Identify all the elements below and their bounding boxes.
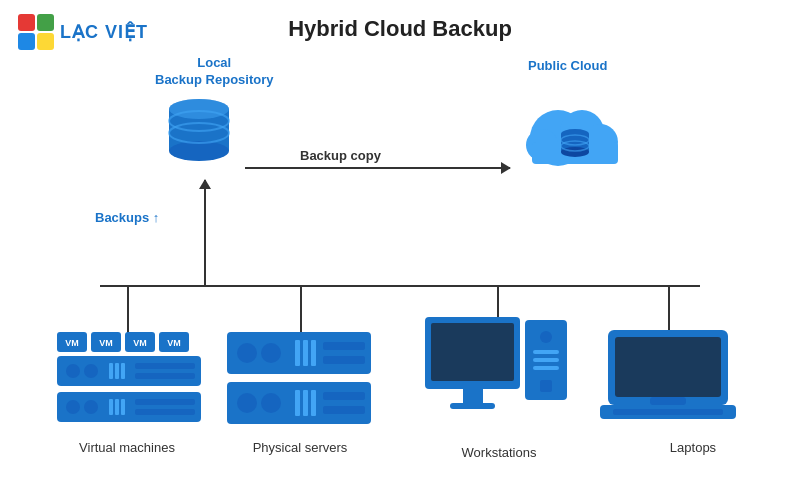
svg-rect-67 — [615, 337, 721, 397]
svg-point-33 — [66, 400, 80, 414]
svg-point-49 — [237, 393, 257, 413]
svg-rect-70 — [650, 397, 686, 405]
svg-rect-27 — [109, 363, 113, 379]
svg-rect-51 — [295, 390, 300, 416]
virtual-machines-label: Virtual machines — [52, 440, 202, 455]
svg-rect-35 — [109, 399, 113, 415]
svg-point-13 — [561, 147, 589, 157]
svg-point-34 — [84, 400, 98, 414]
laptops-label: Laptops — [618, 440, 768, 455]
svg-point-61 — [540, 331, 552, 343]
svg-rect-29 — [121, 363, 125, 379]
workstations-icon — [415, 315, 575, 435]
svg-rect-37 — [121, 399, 125, 415]
svg-rect-28 — [115, 363, 119, 379]
virtual-machines-icon: VM VM VM VM — [55, 330, 203, 430]
svg-rect-52 — [303, 390, 308, 416]
svg-rect-62 — [533, 350, 559, 354]
svg-rect-44 — [303, 340, 308, 366]
svg-rect-43 — [295, 340, 300, 366]
logo: LẠC VIỆT — [18, 14, 148, 50]
svg-rect-46 — [323, 342, 365, 350]
logo-text: LẠC VIỆT — [60, 21, 148, 43]
svg-text:VM: VM — [99, 338, 113, 348]
svg-rect-65 — [540, 380, 552, 392]
svg-rect-69 — [613, 409, 723, 415]
main-vertical-line — [204, 180, 206, 285]
svg-rect-45 — [311, 340, 316, 366]
svg-rect-59 — [450, 403, 495, 409]
svg-rect-39 — [135, 409, 195, 415]
public-cloud-label: Public Cloud — [528, 58, 607, 73]
backup-copy-label: Backup copy — [300, 148, 381, 163]
svg-text:VM: VM — [167, 338, 181, 348]
svg-text:VM: VM — [65, 338, 79, 348]
svg-rect-63 — [533, 358, 559, 362]
svg-point-50 — [261, 393, 281, 413]
local-database-icon — [165, 95, 233, 165]
physical-servers-label: Physical servers — [225, 440, 375, 455]
workstations-label: Workstations — [424, 445, 574, 460]
svg-rect-38 — [135, 399, 195, 405]
local-backup-label: Local Backup Repository — [155, 55, 273, 89]
svg-rect-53 — [311, 390, 316, 416]
logo-icon — [18, 14, 54, 50]
physical-servers-icon — [225, 330, 373, 430]
public-cloud-icon — [520, 90, 630, 175]
svg-rect-64 — [533, 366, 559, 370]
svg-rect-47 — [323, 356, 365, 364]
svg-rect-58 — [463, 389, 483, 403]
svg-point-42 — [261, 343, 281, 363]
svg-rect-30 — [135, 363, 195, 369]
svg-rect-54 — [323, 392, 365, 400]
svg-text:VM: VM — [133, 338, 147, 348]
svg-rect-36 — [115, 399, 119, 415]
svg-point-3 — [169, 99, 229, 119]
laptops-icon — [598, 325, 738, 425]
backups-label: Backups ↑ — [95, 210, 159, 225]
svg-point-25 — [66, 364, 80, 378]
page-title: Hybrid Cloud Backup — [288, 16, 512, 42]
horizontal-connector-line — [100, 285, 700, 287]
svg-rect-55 — [323, 406, 365, 414]
svg-point-26 — [84, 364, 98, 378]
svg-rect-31 — [135, 373, 195, 379]
svg-rect-57 — [431, 323, 514, 381]
backup-copy-arrow — [245, 167, 510, 169]
svg-point-41 — [237, 343, 257, 363]
